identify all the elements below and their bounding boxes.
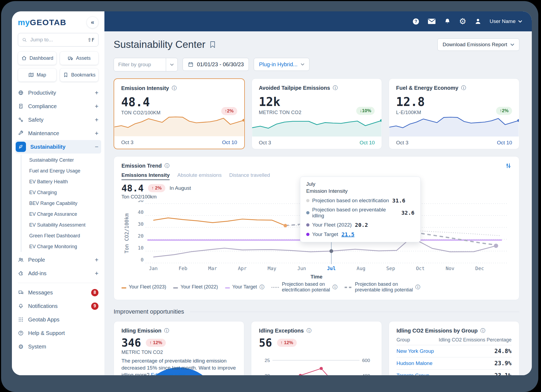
sidebar-subitem-fuel-and-energy-usage[interactable]: Fuel and Energy Usage <box>29 165 98 176</box>
sidebar-subitem-sustainability-center[interactable]: Sustainability Center <box>29 155 98 165</box>
plus-icon[interactable]: + <box>95 103 98 110</box>
quick-button-assets[interactable]: Assets <box>60 51 98 65</box>
group-link[interactable]: Toronto Group <box>397 373 429 375</box>
download-label: Download Emissions Report <box>443 42 507 48</box>
info-icon[interactable]: ⓘ <box>480 327 485 334</box>
plus-icon[interactable]: + <box>95 270 98 277</box>
sidebar-subitem-ev-suitability-assessment[interactable]: EV Suitability Assessment <box>29 220 98 230</box>
sidebar-subitem-ev-charge-assurance[interactable]: EV Charge Assurance <box>29 209 98 220</box>
sidebar-item-help-support[interactable]: Help & Support <box>15 326 101 340</box>
sidebar-subitem-bev-range-capability[interactable]: BEV Range Capability <box>29 198 98 209</box>
svg-text:20: 20 <box>138 233 144 239</box>
svg-text:30: 30 <box>138 221 144 227</box>
user-icon[interactable] <box>474 18 481 25</box>
plus-icon[interactable]: + <box>95 256 98 264</box>
search-box[interactable]: ⇧F <box>18 33 98 46</box>
svg-text:Aug: Aug <box>357 265 365 271</box>
chart-settings-icon[interactable] <box>505 162 512 169</box>
powertrain-filter[interactable]: Plug-in Hybrid... <box>254 58 309 71</box>
sidebar-item-messages[interactable]: Messages 8 <box>15 286 101 299</box>
group-filter-placeholder: Filter by group <box>114 58 166 71</box>
group-link[interactable]: New York Group <box>397 348 434 354</box>
quick-button-map[interactable]: Map <box>18 68 57 82</box>
table-row: Hudson Malone 23.9% <box>397 357 512 370</box>
sidebar-subitem-ev-battery-health[interactable]: EV Battery Health <box>29 176 98 187</box>
tab-absolute-emissions[interactable]: Absolute emissions <box>177 172 222 180</box>
tab-distance-travelled[interactable]: Distance travelled <box>229 172 270 180</box>
sidebar-item-add-ins[interactable]: Add-ins + <box>15 267 101 280</box>
info-icon[interactable]: ⓘ <box>461 85 466 91</box>
sidebar-item-notifications[interactable]: Notifications 9 <box>15 299 101 313</box>
info-icon[interactable]: ⓘ <box>164 327 169 334</box>
date-range-picker[interactable]: 01/01/23 - 06/30/23 <box>183 58 249 71</box>
kpi-card-fuel-energy-economy[interactable]: Fuel & Energy Economyⓘ 12.8 L-E/100KM ↑2… <box>389 78 519 149</box>
info-icon[interactable]: ⓘ <box>333 85 338 91</box>
sidebar-item-label: Notifications <box>28 303 58 309</box>
sidebar-subitem-ev-charge-monitoring[interactable]: EV Charge Monitoring <box>29 241 98 252</box>
column-header-group: Group <box>397 337 410 343</box>
kpi-card-emission-intensity[interactable]: Emission Intensityⓘ 48.4 TON CO2/100KM ↑… <box>114 78 245 149</box>
group-filter-select[interactable]: Filter by group <box>114 58 178 71</box>
plus-icon[interactable]: + <box>95 89 98 97</box>
mail-icon[interactable] <box>428 18 436 25</box>
info-icon[interactable]: ⓘ <box>172 85 177 91</box>
sidebar-item-productivity[interactable]: Productivity + <box>15 86 101 99</box>
target-value-link[interactable]: 21.5 <box>341 231 354 238</box>
sidebar-item-people[interactable]: People + <box>15 253 101 267</box>
legend-dot <box>306 211 309 214</box>
sidebar-item-maintenance[interactable]: Maintenance + <box>15 127 101 140</box>
quick-buttons: Dashboard Assets Map Bookmarks <box>18 51 98 82</box>
download-emissions-report-button[interactable]: Download Emissions Report <box>437 38 519 51</box>
user-name: User Name <box>490 18 516 24</box>
info-icon[interactable]: ⓘ <box>415 284 420 290</box>
sidebar-item-safety[interactable]: Safety + <box>15 113 101 127</box>
bell-icon[interactable] <box>444 18 451 25</box>
document-icon <box>18 103 24 109</box>
plus-icon[interactable]: + <box>95 116 98 124</box>
date-range-value: 01/01/23 - 06/30/23 <box>197 61 244 68</box>
chevron-down-icon[interactable] <box>166 58 177 71</box>
sidebar-item-compliance[interactable]: Compliance + <box>15 99 101 113</box>
bookmark-page-icon[interactable] <box>210 41 216 48</box>
quick-button-dashboard[interactable]: Dashboard <box>18 51 57 65</box>
sidebar-collapse-button[interactable]: « <box>87 16 98 28</box>
delta-badge: ↑ 12% <box>146 339 166 347</box>
sidebar-item-system[interactable]: ⚙ System <box>15 340 101 353</box>
user-menu[interactable]: User Name <box>490 18 522 24</box>
kpi-sparkline <box>114 106 244 136</box>
chevron-down-icon <box>510 44 514 46</box>
quick-button-bookmarks[interactable]: Bookmarks <box>60 68 98 82</box>
info-icon[interactable]: ⓘ <box>259 284 264 290</box>
plus-icon[interactable]: + <box>95 130 98 137</box>
legend-swatch <box>271 284 279 290</box>
tooltip-label: Projection based on electrification <box>312 198 389 204</box>
group-link[interactable]: Hudson Malone <box>397 360 433 366</box>
info-icon[interactable]: ⓘ <box>164 162 169 169</box>
help-icon[interactable]: ? <box>412 18 420 25</box>
kpi-date-start: Oct 3 <box>259 140 271 146</box>
sidebar-item-label: Add-ins <box>28 270 47 277</box>
card-value: 56 <box>259 337 272 349</box>
info-icon[interactable]: ⓘ <box>332 284 337 290</box>
sidebar-item-label: Sustainability <box>30 144 65 150</box>
emission-trend-chart[interactable]: 01020304050JanFebMarAprMayJunJulAugSepOc… <box>121 200 512 274</box>
kpi-card-avoided-tailpipe-emissions[interactable]: Avoided Tailpipe Emissionsⓘ 12k METRIC T… <box>252 78 382 149</box>
search-input[interactable] <box>30 36 85 43</box>
map-icon <box>28 72 34 78</box>
filter-bar: Filter by group 01/01/23 - 06/30/23 Plug… <box>114 58 519 71</box>
sidebar-subitem-green-fleet-dashboard[interactable]: Green Fleet Dashboard <box>29 230 98 241</box>
sidebar-subitem-ev-charging[interactable]: EV Charging <box>29 187 98 198</box>
sidebar-item-sustainability[interactable]: Sustainability − <box>15 140 101 154</box>
tab-emissions-intensity[interactable]: Emissions Intensity <box>121 172 170 180</box>
info-icon[interactable]: ⓘ <box>306 327 311 334</box>
edit-idling-rules-link[interactable]: Edit idling rules <box>151 372 186 375</box>
card-title: Idling Exceptions <box>259 328 304 334</box>
search-shortcut: ⇧F <box>88 37 94 43</box>
legend-item-projection-electrification: Projection based onelectrification poten… <box>271 281 337 293</box>
percentage-value: 24.8% <box>494 348 512 354</box>
minus-icon[interactable]: − <box>95 143 98 151</box>
idling-exceptions-chart[interactable]: 25 20 600 480 <box>259 353 374 375</box>
gear-icon[interactable]: ⚙ <box>459 17 466 25</box>
sidebar-item-geotab-apps[interactable]: Geotab Apps <box>15 313 101 326</box>
section-heading: Improvement opportunities <box>114 308 184 315</box>
